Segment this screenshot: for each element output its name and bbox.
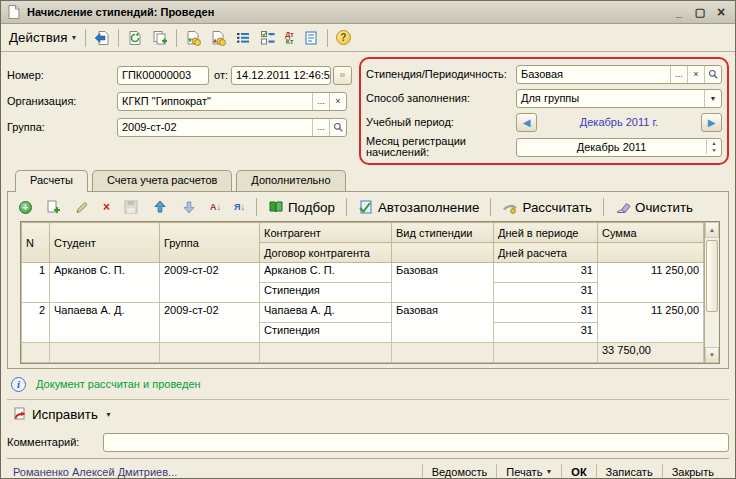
number-input[interactable]: ГПК00000003 — [117, 66, 209, 85]
choose-button[interactable]: ... — [312, 119, 329, 136]
copy-row-button[interactable] — [40, 196, 66, 218]
eraser-icon — [615, 199, 631, 215]
responsible-user: Романенко Алексей Дмитриев... — [13, 466, 177, 478]
cell-group[interactable]: 2009-ст-02 — [160, 303, 260, 343]
cell-contractor[interactable]: Арканов С. П. — [260, 263, 392, 283]
spinner[interactable]: ▲ ▼ — [706, 140, 721, 154]
magnifier-icon — [333, 122, 344, 133]
posting-mode-button[interactable] — [256, 27, 280, 49]
move-down-button[interactable] — [176, 196, 202, 218]
next-period-button[interactable]: ▶ — [701, 113, 722, 132]
edit-row-button[interactable] — [69, 196, 95, 218]
cell-n[interactable]: 2 — [22, 303, 50, 343]
fill-method-select[interactable]: Для группы ▼ — [516, 89, 722, 108]
move-up-button[interactable] — [147, 196, 173, 218]
header-fields: Номер: ГПК00000003 от: 14.12.2011 12:46:… — [7, 57, 729, 165]
previous-period-button[interactable]: ◀ — [516, 113, 537, 132]
number-value: ГПК00000003 — [118, 69, 208, 81]
total-empty — [160, 343, 260, 363]
reread-button[interactable] — [123, 27, 147, 49]
book-icon — [268, 199, 284, 215]
cell-n[interactable]: 1 — [22, 263, 50, 303]
cell-days-period[interactable]: 31 — [494, 263, 598, 283]
spin-down-icon[interactable]: ▼ — [712, 147, 717, 154]
arrow-down-icon — [181, 199, 197, 215]
print-button[interactable]: Печать ▼ — [496, 464, 561, 479]
maximize-button[interactable]: ▢ — [691, 5, 709, 20]
sort-ascending-button[interactable]: А↓ — [205, 196, 226, 218]
dropdown-arrow-icon[interactable]: ▼ — [704, 90, 721, 107]
date-input[interactable]: 14.12.2011 12:46:55 — [231, 66, 331, 85]
organization-row: Организация: КГКП "Гиппократ" ... × — [7, 88, 359, 114]
add-icon: + — [19, 201, 32, 214]
cell-days-calc[interactable]: 31 — [494, 323, 598, 343]
clear-button[interactable]: × — [329, 93, 346, 110]
report-button[interactable] — [299, 27, 323, 49]
cell-days-period[interactable]: 31 — [494, 303, 598, 323]
stipend-input[interactable]: Базовая ... × — [516, 65, 722, 84]
print-label: Печать — [506, 466, 542, 478]
open-button[interactable] — [329, 119, 346, 136]
comment-input[interactable] — [103, 433, 729, 452]
close-form-button[interactable]: Закрыть — [662, 464, 723, 479]
actions-menu-button[interactable]: Действия ▼ — [5, 27, 81, 49]
cell-kind[interactable]: Базовая — [392, 303, 494, 343]
delete-row-button[interactable]: × — [98, 196, 115, 218]
movements-list-button[interactable] — [231, 27, 255, 49]
choose-button[interactable]: ... — [312, 93, 329, 110]
registration-month-input[interactable]: Декабрь 2011 ▲ ▼ — [516, 138, 722, 157]
col-group: Группа — [160, 223, 260, 263]
cell-kind[interactable]: Базовая — [392, 263, 494, 303]
close-button[interactable]: × — [712, 5, 730, 20]
cell-student[interactable]: Чапаева А. Д. — [50, 303, 160, 343]
calendar-button[interactable] — [333, 66, 352, 85]
cell-days-calc[interactable]: 31 — [494, 283, 598, 303]
scroll-up-button[interactable]: ▲ — [705, 222, 719, 238]
expense-register-button[interactable] — [206, 27, 230, 49]
scroll-down-button[interactable]: ▼ — [705, 347, 719, 363]
open-button[interactable] — [704, 66, 721, 83]
tab-raschety[interactable]: Расчеты — [15, 170, 88, 192]
cell-sum[interactable]: 11 250,00 — [598, 263, 704, 303]
toolbar-separator — [176, 29, 177, 47]
vertical-scrollbar[interactable]: ▲ ▼ — [704, 222, 719, 363]
vedomost-button[interactable]: Ведомость — [422, 464, 497, 479]
group-label: Группа: — [7, 121, 117, 133]
movements-list-icon — [235, 30, 251, 46]
post-document-button[interactable] — [90, 27, 114, 49]
cell-contractor[interactable]: Чапаева А. Д. — [260, 303, 392, 323]
cell-contract[interactable]: Стипендия — [260, 323, 392, 343]
copy-button[interactable] — [148, 27, 172, 49]
study-period-value: Декабрь 2011 г. — [537, 116, 701, 128]
spin-up-icon[interactable]: ▲ — [712, 140, 717, 147]
magnifier-icon — [708, 69, 719, 80]
cell-student[interactable]: Арканов С. П. — [50, 263, 160, 303]
income-register-button[interactable] — [181, 27, 205, 49]
help-button[interactable]: ? — [332, 27, 355, 49]
scroll-track[interactable] — [705, 314, 719, 347]
add-row-button[interactable]: + — [14, 196, 37, 218]
clear-table-button[interactable]: Очистить — [610, 196, 698, 218]
tab-scheta-ucheta[interactable]: Счета учета расчетов — [92, 170, 232, 191]
end-edit-button[interactable] — [118, 196, 144, 218]
scroll-thumb[interactable] — [706, 240, 718, 312]
ok-button[interactable]: ОК — [561, 464, 595, 479]
save-button[interactable]: Записать — [596, 464, 662, 479]
group-input[interactable]: 2009-ст-02 ... — [117, 118, 347, 137]
organization-input[interactable]: КГКП "Гиппократ" ... × — [117, 92, 347, 111]
choose-button[interactable]: ... — [670, 66, 687, 83]
sort-descending-button[interactable]: Я↓ — [229, 196, 250, 218]
cell-sum[interactable]: 11 250,00 — [598, 303, 704, 343]
dt-kt-button[interactable]: ДтКт — [281, 27, 297, 49]
autofill-button[interactable]: Автозаполнение — [353, 196, 485, 218]
calculate-button[interactable]: Рассчитать — [497, 196, 597, 218]
total-sum: 33 750,00 — [598, 343, 704, 363]
tab-dopolnitelno[interactable]: Дополнительно — [236, 170, 345, 191]
cell-contract[interactable]: Стипендия — [260, 283, 392, 303]
fix-button[interactable]: Исправить ▼ — [7, 403, 117, 425]
cell-group[interactable]: 2009-ст-02 — [160, 263, 260, 303]
fill-method-label: Способ заполнения: — [366, 93, 516, 104]
clear-button[interactable]: × — [687, 66, 704, 83]
pick-button[interactable]: Подбор — [263, 196, 340, 218]
minimize-button[interactable]: _ — [670, 5, 688, 20]
